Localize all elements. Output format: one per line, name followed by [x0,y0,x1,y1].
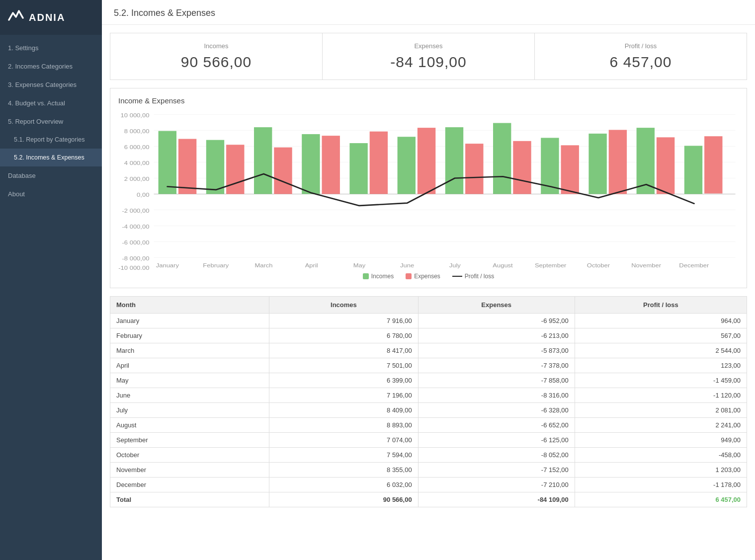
svg-text:November: November [631,262,661,269]
cell-month: December [110,478,269,492]
sidebar-item-incomes-expenses[interactable]: 5.2. Incomes & Expenses [0,149,102,166]
cell-incomes: 7 916,00 [269,314,418,328]
bar-income-dec [684,146,702,194]
svg-text:-4 000,00: -4 000,00 [122,224,150,230]
bar-income-jun [398,137,416,194]
svg-text:July: July [449,262,461,269]
sidebar-item-settings[interactable]: 1. Settings [0,39,102,57]
sidebar-item-report-overview[interactable]: 5. Report Overview [0,112,102,131]
svg-text:10 000,00: 10 000,00 [121,112,150,119]
svg-text:-6 000,00: -6 000,00 [122,240,150,246]
cell-month: August [110,418,269,433]
expenses-value: -84 109,00 [333,54,524,71]
cell-expenses: -6 652,00 [418,418,575,433]
legend-incomes-label: Incomes [371,273,394,280]
cell-incomes: 7 196,00 [269,388,418,403]
cell-incomes: 7 501,00 [269,358,418,373]
svg-text:June: June [400,262,415,269]
table-body: January 7 916,00 -6 952,00 964,00 Februa… [110,314,747,507]
svg-text:February: February [203,262,229,269]
cell-incomes: 7 594,00 [269,448,418,463]
table-row: November 8 355,00 -7 152,00 1 203,00 [110,463,747,478]
sidebar-item-database[interactable]: Database [0,166,102,185]
bar-income-aug [493,123,511,194]
cell-expenses: -8 316,00 [418,388,575,403]
bar-expense-apr [322,136,340,194]
logo-icon [8,9,24,26]
svg-text:May: May [353,262,366,269]
cell-incomes: 8 355,00 [269,463,418,478]
page-title: 5.2. Incomes & Expenses [114,8,215,18]
cell-month: March [110,343,269,358]
bar-expense-jul [465,144,483,194]
cell-profit: 2 544,00 [575,343,747,358]
table-row: February 6 780,00 -6 213,00 567,00 [110,328,747,343]
svg-text:September: September [535,262,567,269]
svg-text:-2 000,00: -2 000,00 [122,208,150,214]
sidebar-item-about[interactable]: About [0,185,102,203]
cell-total-expenses: -84 109,00 [418,492,575,507]
cell-profit: 2 241,00 [575,418,747,433]
table-row: December 6 032,00 -7 210,00 -1 178,00 [110,478,747,492]
sidebar-item-incomes-categories[interactable]: 2. Incomes Categories [0,57,102,76]
table-row: October 7 594,00 -8 052,00 -458,00 [110,448,747,463]
svg-text:December: December [679,262,709,269]
incomes-label: Incomes [120,42,312,50]
cell-profit: 964,00 [575,314,747,328]
cell-month: October [110,448,269,463]
bar-income-oct [588,134,606,194]
table-row: June 7 196,00 -8 316,00 -1 120,00 [110,388,747,403]
bar-expense-feb [226,145,244,194]
logo-text: ADNIA [29,12,65,23]
legend-expenses-dot [406,273,412,279]
sidebar-item-report-by-categories[interactable]: 5.1. Report by Categories [0,131,102,149]
table-row: January 7 916,00 -6 952,00 964,00 [110,314,747,328]
table-row: September 7 074,00 -6 125,00 949,00 [110,433,747,448]
chart-section: Income & Expenses 10 000,00 8 000,00 6 0… [110,88,747,288]
table-row: March 8 417,00 -5 873,00 2 544,00 [110,343,747,358]
bar-expense-jun [418,128,435,194]
sidebar-item-expenses-categories[interactable]: 3. Expenses Categories [0,76,102,94]
profit-value: 6 457,00 [545,54,737,71]
bar-expense-mar [274,148,292,194]
cell-total-month: Total [110,492,269,507]
cell-expenses: -6 213,00 [418,328,575,343]
cell-profit: 123,00 [575,358,747,373]
cell-month: September [110,433,269,448]
cell-incomes: 8 417,00 [269,343,418,358]
logo-area: ADNIA [0,0,102,35]
cell-month: February [110,328,269,343]
table-row: July 8 409,00 -6 328,00 2 081,00 [110,403,747,418]
legend-incomes: Incomes [363,273,394,280]
cell-profit: 567,00 [575,328,747,343]
cell-profit: -1 120,00 [575,388,747,403]
cell-incomes: 8 893,00 [269,418,418,433]
col-incomes: Incomes [269,297,418,314]
table-row: May 6 399,00 -7 858,00 -1 459,00 [110,373,747,388]
main-content: 5.2. Incomes & Expenses Incomes 90 566,0… [102,0,755,560]
cell-expenses: -6 125,00 [418,433,575,448]
cell-month: January [110,314,269,328]
sidebar-item-budget-vs-actual[interactable]: 4. Budget vs. Actual [0,94,102,112]
chart-title: Income & Expenses [118,96,739,105]
bar-expense-nov [657,137,674,194]
bar-expense-oct [609,130,627,194]
legend-profit: Profit / loss [452,273,494,280]
table-row-total: Total 90 566,00 -84 109,00 6 457,00 [110,492,747,507]
svg-text:January: January [156,262,179,269]
legend-profit-line [452,276,462,277]
chart-container: 10 000,00 8 000,00 6 000,00 4 000,00 2 0… [118,111,739,270]
incomes-value: 90 566,00 [120,54,312,71]
col-expenses: Expenses [418,297,575,314]
cell-month: July [110,403,269,418]
legend-expenses-label: Expenses [414,273,440,280]
data-table: Month Incomes Expenses Profit / loss Jan… [110,296,747,507]
cell-expenses: -7 858,00 [418,373,575,388]
bar-expense-dec [704,136,722,193]
cell-expenses: -5 873,00 [418,343,575,358]
bar-income-jul [445,127,463,194]
cell-expenses: -7 378,00 [418,358,575,373]
svg-text:6 000,00: 6 000,00 [124,144,150,151]
svg-text:-10 000,00: -10 000,00 [118,265,150,270]
legend-profit-label: Profit / loss [465,273,494,280]
